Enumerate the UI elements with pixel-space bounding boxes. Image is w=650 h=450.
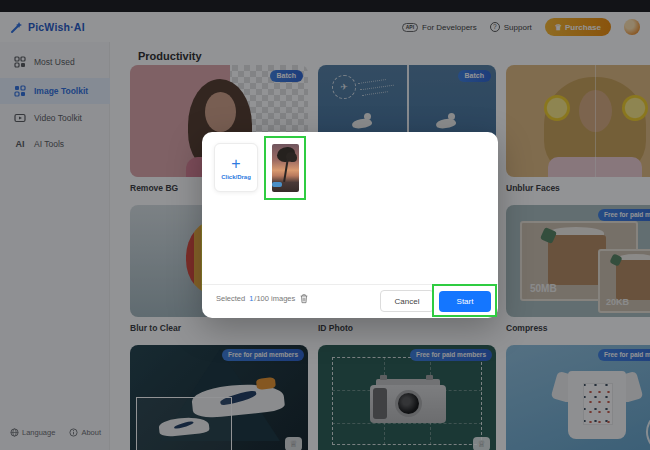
selected-suffix: /100 images [254, 294, 295, 303]
cancel-button[interactable]: Cancel [380, 290, 434, 312]
start-button[interactable]: Start [439, 291, 491, 312]
selected-prefix: Selected [216, 294, 245, 303]
selected-count-row: Selected 1 /100 images [216, 293, 309, 304]
modal-divider [202, 284, 498, 285]
selected-image-thumbnail[interactable] [272, 144, 299, 192]
selected-count: 1 [249, 294, 253, 303]
upload-dropzone[interactable]: + Click/Drag [214, 143, 258, 192]
upload-modal: + Click/Drag Selected 1 /100 images Canc… [202, 132, 498, 318]
picwish-app: PicWish·AI API For Developers ? Support … [0, 0, 650, 450]
trash-icon[interactable] [299, 293, 309, 304]
plus-icon: + [231, 156, 240, 172]
upload-label: Click/Drag [221, 174, 251, 180]
